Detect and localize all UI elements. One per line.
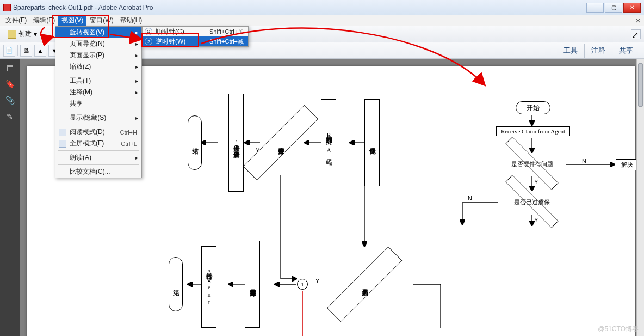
flow-resolve: 解决	[616, 159, 637, 170]
flow-free-repair: 免费保修	[364, 99, 380, 186]
attachments-panel-icon[interactable]: 📎	[4, 95, 15, 106]
flow-end1: 结束	[188, 115, 202, 170]
flow-label-n1: N	[582, 158, 586, 164]
menubar: 文件(F) 编辑(E) 视图(V) 窗口(W) 帮助(H) ✕	[0, 15, 644, 26]
menu-show-hide[interactable]: 显示/隐藏(S)▸	[55, 112, 141, 124]
flow-has-stock-label: 备件是否有库存	[264, 99, 297, 186]
close-button[interactable]: ✕	[623, 3, 641, 13]
tab-share[interactable]: 共享	[612, 44, 640, 58]
submenu-counterclockwise[interactable]: ↺逆时针(W)Shift+Ctrl+减	[143, 36, 248, 46]
menu-comment[interactable]: 注释(M)▸	[55, 87, 141, 98]
submenu-clockwise[interactable]: ↻顺时针(C)Shift+Ctrl+加	[143, 27, 248, 36]
menu-zoom[interactable]: 缩放(Z)▸	[55, 61, 141, 72]
flow-connector-1: 1	[297, 279, 308, 290]
menu-page-nav[interactable]: 页面导览(N)▸	[55, 38, 141, 50]
flow-is-warranty-label: 是否已过质保	[499, 191, 565, 213]
left-sidebar: ▤ 🔖 📎 ✎	[0, 59, 20, 336]
flow-start: 开始	[516, 101, 550, 114]
prev-page-button[interactable]: ▲	[34, 45, 46, 57]
read-mode-icon	[59, 129, 66, 136]
menu-page-display[interactable]: 页面显示(P)▸	[55, 50, 141, 61]
window-title: Spareparts_check-Out1.pdf - Adobe Acroba…	[13, 4, 153, 11]
counterclockwise-icon: ↺	[145, 38, 152, 45]
flow-label-y1: Y	[256, 147, 259, 154]
chevron-down-icon: ▾	[34, 30, 37, 38]
scrollbar-thumb[interactable]	[638, 63, 643, 107]
titlebar: Spareparts_check-Out1.pdf - Adobe Acroba…	[0, 0, 644, 15]
menu-edit[interactable]: 编辑(E)	[30, 15, 58, 26]
flow-label-y4: Y	[534, 217, 538, 223]
signatures-panel-icon[interactable]: ✎	[4, 111, 15, 122]
vertical-scrollbar[interactable]	[636, 59, 644, 336]
flow-out-update: 备件出库，更新备件表	[228, 94, 244, 192]
tab-comment[interactable]: 注释	[584, 44, 612, 58]
menu-view[interactable]: 视图(V)	[58, 15, 86, 26]
flow-label-n2: N	[468, 195, 472, 201]
menubar-close-icon[interactable]: ✕	[635, 17, 641, 25]
tab-tools[interactable]: 工具	[557, 44, 584, 58]
flow-has-stock: 备件是否有库存	[264, 99, 297, 186]
flow-label-y3: Y	[534, 179, 538, 185]
flow-human-damage-label: 是否人为损坏	[348, 241, 381, 328]
menu-tools[interactable]: 工具(T)▸	[55, 75, 141, 87]
flow-wait-ship: 等寄丹麦并将备件寄到上海	[245, 241, 260, 328]
print-icon[interactable]: 🖶	[20, 45, 32, 57]
menu-compare[interactable]: 比较文档(C)...	[55, 166, 141, 178]
clockwise-icon: ↻	[145, 28, 152, 35]
menu-read-mode[interactable]: 阅读模式(D)Ctrl+H	[55, 126, 141, 138]
flow-end2: 结束	[169, 257, 183, 311]
flow-is-hw-label: 是否硬件有问题	[499, 152, 565, 175]
flow-send-agent: 备件寄给Agent	[201, 246, 216, 328]
flow-receive: Receive Claim from Agent	[496, 126, 570, 136]
menu-rotate-view-label: 旋转视图(V)	[70, 28, 104, 37]
view-menu-dropdown: 旋转视图(V)▸ 页面导览(N)▸ 页面显示(P)▸ 缩放(Z)▸ 工具(T)▸…	[55, 26, 142, 178]
flow-human-damage: 是否人为损坏	[348, 241, 381, 328]
menu-share[interactable]: 共享	[55, 98, 141, 109]
create-button[interactable]: 创建 ▾	[3, 28, 41, 40]
flow-label-y2: Y	[315, 278, 319, 284]
flow-is-warranty: 是否已过质保	[499, 191, 565, 213]
pages-panel-icon[interactable]: ▤	[4, 62, 15, 73]
menu-file[interactable]: 文件(F)	[2, 15, 30, 26]
pdf-icon	[3, 4, 11, 11]
create-label: 创建	[18, 29, 32, 39]
full-screen-icon	[59, 140, 66, 148]
watermark: @51CTO博客	[598, 325, 639, 334]
maximize-button[interactable]: ▢	[605, 3, 622, 13]
create-icon	[8, 30, 16, 39]
rotate-submenu: ↻顺时针(C)Shift+Ctrl+加 ↺逆时针(W)Shift+Ctrl+减	[142, 26, 249, 47]
menu-window[interactable]: 窗口(W)	[86, 15, 116, 26]
menu-help[interactable]: 帮助(H)	[117, 15, 146, 26]
menu-rotate-view[interactable]: 旋转视图(V)▸	[55, 27, 141, 38]
minimize-button[interactable]: —	[586, 3, 604, 13]
expand-toolbar-button[interactable]: ⤢	[631, 29, 641, 39]
menu-full-screen[interactable]: 全屏模式(F)Ctrl+L	[55, 138, 141, 149]
bookmarks-panel-icon[interactable]: 🔖	[4, 78, 15, 89]
flow-is-hw: 是否硬件有问题	[499, 152, 565, 175]
menu-read-aloud[interactable]: 朗读(A)▸	[55, 152, 141, 163]
open-icon[interactable]: 📄	[3, 45, 15, 57]
flow-get-rma: 得到丹麦的RMA号码	[321, 99, 336, 186]
submenu-arrow-icon: ▸	[135, 29, 138, 35]
